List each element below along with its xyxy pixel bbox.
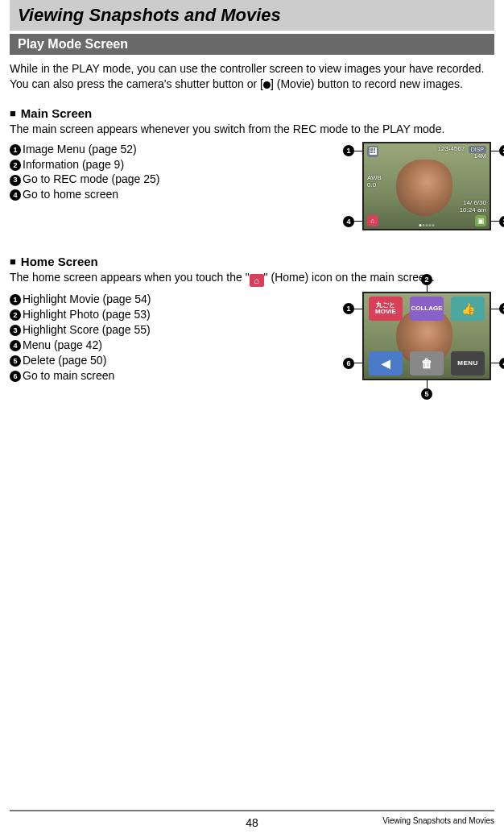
callout-number: 4 — [10, 189, 21, 201]
list-item: 2Highlight Photo (page 53) — [10, 307, 151, 322]
movie-label-bottom: MOVIE — [375, 309, 396, 315]
image-menu-icon[interactable] — [367, 146, 378, 157]
list-item-label: Highlight Movie (page 54) — [23, 292, 151, 305]
home-desc-part2: " (Home) icon on the main screen. — [264, 271, 435, 284]
list-item-label: Menu (page 42) — [23, 338, 102, 351]
section-title: Play Mode Screen — [10, 34, 494, 55]
footer-chapter-label: Viewing Snapshots and Movies — [382, 816, 494, 825]
main-screen-preview: 123-4567 DISP 14M AWB 0.0 14/ 6/30 10:24… — [362, 142, 491, 230]
list-item-label: Highlight Score (page 55) — [23, 323, 151, 336]
list-item: 1Highlight Movie (page 54) — [10, 292, 151, 307]
callout-number: 3 — [10, 325, 21, 336]
list-item: 1Image Menu (page 52) — [10, 142, 159, 157]
rec-mode-icon[interactable]: ▣ — [475, 215, 486, 226]
callout-number: 1 — [10, 294, 21, 305]
callout-marker-3: 3 — [499, 303, 504, 314]
callout-marker-6: 6 — [343, 358, 354, 369]
callout-number: 4 — [10, 340, 21, 351]
list-item: 2Information (page 9) — [10, 157, 159, 172]
callout-number: 1 — [10, 144, 21, 156]
callout-marker-1: 1 — [343, 145, 354, 156]
page-footer: 48 Viewing Snapshots and Movies — [0, 810, 504, 825]
go-main-screen-button[interactable]: ◀ — [369, 351, 403, 375]
list-item: 3Go to REC mode (page 25) — [10, 172, 159, 187]
chapter-title: Viewing Snapshots and Movies — [10, 0, 494, 31]
home-screen-figure: 1 2 3 4 5 6 丸ごと MOVIE — [362, 292, 491, 380]
main-screen-figure: 1 2 4 3 123-4567 DISP 14M A — [362, 142, 491, 230]
time-label: 10:24 am — [460, 206, 486, 214]
list-item: 4Menu (page 42) — [10, 338, 151, 353]
list-item: 5Delete (page 50) — [10, 353, 151, 368]
intro-text-part2: ] (Movie) button to record new images. — [271, 77, 463, 90]
callout-number: 5 — [10, 355, 21, 367]
home-screen-preview: 丸ごと MOVIE COLLAGE 👍 ◀ 🗑 MENU — [362, 292, 491, 380]
home-desc-part1: The home screen appears when you touch t… — [10, 271, 250, 284]
date-label: 14/ 6/30 — [463, 199, 486, 206]
list-item: 4Go to home screen — [10, 187, 159, 202]
main-screen-heading: Main Screen — [10, 106, 494, 120]
intro-text: While in the PLAY mode, you can use the … — [10, 61, 494, 92]
awb-label: AWB — [367, 174, 382, 181]
list-item: 6Go to main screen — [10, 368, 151, 384]
callout-marker-2: 2 — [421, 274, 432, 285]
list-item-label: Go to REC mode (page 25) — [23, 172, 159, 185]
resolution-label: 14M — [473, 152, 486, 160]
page-number: 48 — [246, 816, 258, 829]
delete-button[interactable]: 🗑 — [410, 351, 444, 375]
home-screen-list: 1Highlight Movie (page 54) 2Highlight Ph… — [10, 292, 151, 383]
highlight-movie-button[interactable]: 丸ごと MOVIE — [369, 297, 403, 321]
callout-marker-1: 1 — [343, 303, 354, 314]
callout-marker-2: 2 — [499, 145, 504, 156]
footer-divider — [10, 810, 494, 811]
callout-marker-5: 5 — [421, 388, 432, 400]
main-screen-list: 1Image Menu (page 52) 2Information (page… — [10, 142, 159, 203]
list-item-label: Image Menu (page 52) — [23, 143, 137, 156]
callout-marker-4: 4 — [343, 216, 354, 227]
info-overlay: 123-4567 DISP 14M — [438, 146, 486, 160]
preview-image — [396, 160, 452, 216]
callout-number: 2 — [10, 309, 21, 321]
highlight-score-button[interactable]: 👍 — [451, 297, 485, 321]
home-icon[interactable]: ⌂ — [367, 215, 378, 226]
list-item-label: Information (page 9) — [23, 158, 124, 171]
record-icon — [263, 81, 271, 89]
callout-number: 2 — [10, 160, 21, 171]
callout-number: 3 — [10, 175, 21, 186]
callout-marker-3: 3 — [499, 216, 504, 227]
page-dots — [419, 224, 435, 226]
home-screen-heading: Home Screen — [10, 255, 494, 268]
highlight-photo-button[interactable]: COLLAGE — [410, 297, 444, 321]
list-item-label: Go to main screen — [23, 369, 114, 382]
menu-button[interactable]: MENU — [451, 351, 485, 375]
datetime-overlay: 14/ 6/30 10:24 am — [460, 200, 486, 214]
list-item-label: Go to home screen — [23, 188, 118, 201]
list-item-label: Delete (page 50) — [23, 354, 106, 367]
exposure-info: AWB 0.0 — [367, 174, 382, 189]
file-number: 123-4567 — [438, 145, 465, 152]
list-item: 3Highlight Score (page 55) — [10, 322, 151, 338]
callout-marker-4: 4 — [499, 358, 504, 369]
home-icon-inline: ⌂ — [250, 274, 264, 287]
list-item-label: Highlight Photo (page 53) — [23, 308, 151, 321]
main-screen-desc: The main screen appears whenever you swi… — [10, 122, 494, 137]
ev-label: 0.0 — [367, 181, 376, 189]
callout-number: 6 — [10, 371, 21, 382]
